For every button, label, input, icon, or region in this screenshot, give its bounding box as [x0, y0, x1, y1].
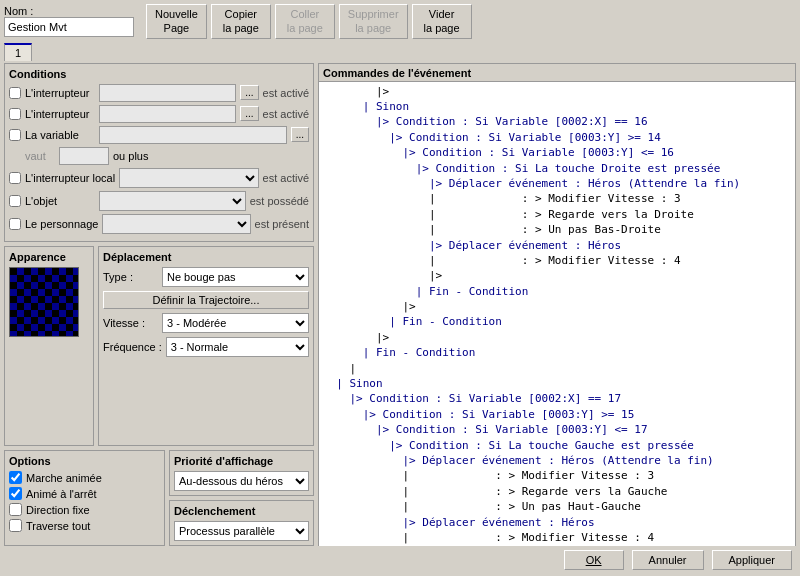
anime-checkbox[interactable]	[9, 487, 22, 500]
vaut-row: vaut ou plus	[25, 147, 309, 165]
tab-bar: 1	[4, 43, 796, 61]
supprimer-page-button[interactable]: Supprimer la page	[339, 4, 408, 39]
interrupteur2-btn[interactable]: ...	[240, 106, 258, 121]
personnage-checkbox[interactable]	[9, 218, 21, 230]
cmd-line: | Sinon	[323, 99, 791, 114]
def-trajectoire-button[interactable]: Définir la Trajectoire...	[103, 291, 309, 309]
cmd-line: | : > Modifier Vitesse : 3	[323, 468, 791, 483]
condition-row-personnage: Le personnage est présent	[9, 214, 309, 234]
cmd-line: | Sinon	[323, 376, 791, 391]
interrupteur2-label: L'interrupteur	[25, 108, 95, 120]
main-window: Nom : Nouvelle Page Copier la page Colle…	[0, 0, 800, 576]
checkerboard[interactable]	[9, 267, 79, 337]
interrupteur2-checkbox[interactable]	[9, 108, 21, 120]
conditions-box: Conditions L'interrupteur ... est activé…	[4, 63, 314, 242]
interrupteur1-input[interactable]	[99, 84, 236, 102]
option-direction: Direction fixe	[9, 503, 160, 516]
cmd-line: |>	[323, 299, 791, 314]
vitesse-select[interactable]: 3 - Modérée	[162, 313, 309, 333]
footer-buttons: OK Annuler Appliquer	[4, 546, 796, 572]
cmd-line: |> Condition : Si Variable [0002:X] == 1…	[323, 114, 791, 129]
direction-checkbox[interactable]	[9, 503, 22, 516]
personnage-status: est présent	[255, 218, 309, 230]
interrupteur-local-status: est activé	[263, 172, 309, 184]
type-label: Type :	[103, 271, 158, 283]
condition-row-2: L'interrupteur ... est activé	[9, 105, 309, 123]
declenchement-select[interactable]: Processus parallèle	[174, 521, 309, 541]
variable-label: La variable	[25, 129, 95, 141]
condition-row-1: L'interrupteur ... est activé	[9, 84, 309, 102]
right-panel: Commandes de l'événement |> | Sinon |> C…	[318, 63, 796, 546]
objet-label: L'objet	[25, 195, 95, 207]
type-row: Type : Ne bouge pas	[103, 267, 309, 287]
declenchement-box: Déclenchement Processus parallèle	[169, 500, 314, 546]
priorite-select[interactable]: Au-dessous du héros	[174, 471, 309, 491]
cmd-line: |> Condition : Si Variable [0003:Y] >= 1…	[323, 130, 791, 145]
conditions-title: Conditions	[9, 68, 309, 80]
commandes-content[interactable]: |> | Sinon |> Condition : Si Variable [0…	[319, 82, 795, 546]
variable-btn[interactable]: ...	[291, 127, 309, 142]
cmd-line: |>	[323, 330, 791, 345]
cmd-line: |	[323, 361, 791, 376]
commandes-box: Commandes de l'événement |> | Sinon |> C…	[318, 63, 796, 546]
cmd-line: | : > Un pas Bas-Droite	[323, 222, 791, 237]
variable-input[interactable]	[99, 126, 287, 144]
condition-row-3: La variable ...	[9, 126, 309, 144]
annuler-button[interactable]: Annuler	[632, 550, 704, 570]
options-title: Options	[9, 455, 160, 467]
priorite-box: Priorité d'affichage Au-dessous du héros	[169, 450, 314, 496]
nom-group: Nom :	[4, 5, 134, 37]
copier-page-button[interactable]: Copier la page	[211, 4, 271, 39]
apparence-deplacement-area: Apparence Déplacement Type : Ne bouge pa…	[4, 246, 314, 446]
option-anime: Animé à l'arrêt	[9, 487, 160, 500]
objet-status: est possédé	[250, 195, 309, 207]
cmd-line: | : > Regarde vers la Gauche	[323, 484, 791, 499]
apparence-box: Apparence	[4, 246, 94, 446]
interrupteur-local-checkbox[interactable]	[9, 172, 21, 184]
interrupteur2-input[interactable]	[99, 105, 236, 123]
personnage-select[interactable]	[102, 214, 250, 234]
type-select[interactable]: Ne bouge pas	[162, 267, 309, 287]
interrupteur1-btn[interactable]: ...	[240, 85, 258, 100]
marche-checkbox[interactable]	[9, 471, 22, 484]
interrupteur-local-select[interactable]	[119, 168, 258, 188]
objet-select[interactable]	[99, 191, 246, 211]
toolbar-buttons: Nouvelle Page Copier la page Coller la p…	[146, 4, 472, 39]
cmd-line: |> Déplacer événement : Héros	[323, 515, 791, 530]
frequence-label: Fréquence :	[103, 341, 162, 353]
priorite-declenchement-area: Priorité d'affichage Au-dessous du héros…	[169, 450, 314, 546]
nom-label: Nom :	[4, 5, 134, 17]
vaut-label: vaut	[25, 150, 55, 162]
coller-page-button[interactable]: Coller la page	[275, 4, 335, 39]
condition-row-objet: L'objet est possédé	[9, 191, 309, 211]
traverse-label: Traverse tout	[26, 520, 90, 532]
ou-plus-label: ou plus	[113, 150, 148, 162]
objet-checkbox[interactable]	[9, 195, 21, 207]
cmd-line: |> Déplacer événement : Héros (Attendre …	[323, 176, 791, 191]
nom-input[interactable]	[4, 17, 134, 37]
direction-label: Direction fixe	[26, 504, 90, 516]
cmd-line: |> Condition : Si Variable [0003:Y] <= 1…	[323, 145, 791, 160]
vider-page-button[interactable]: Vider la page	[412, 4, 472, 39]
nouvelle-page-button[interactable]: Nouvelle Page	[146, 4, 207, 39]
ok-button[interactable]: OK	[564, 550, 624, 570]
interrupteur1-label: L'interrupteur	[25, 87, 95, 99]
vaut-input[interactable]	[59, 147, 109, 165]
commandes-title: Commandes de l'événement	[319, 64, 795, 82]
option-traverse: Traverse tout	[9, 519, 160, 532]
vitesse-row: Vitesse : 3 - Modérée	[103, 313, 309, 333]
variable-checkbox[interactable]	[9, 129, 21, 141]
traverse-checkbox[interactable]	[9, 519, 22, 532]
interrupteur-local-label: L'interrupteur local	[25, 172, 115, 184]
tab-1[interactable]: 1	[4, 43, 32, 61]
cmd-line: | : > Modifier Vitesse : 3	[323, 191, 791, 206]
cmd-line: |> Déplacer événement : Héros	[323, 238, 791, 253]
interrupteur1-checkbox[interactable]	[9, 87, 21, 99]
option-marche: Marche animée	[9, 471, 160, 484]
cmd-line: | Fin - Condition	[323, 314, 791, 329]
appliquer-button[interactable]: Appliquer	[712, 550, 792, 570]
cmd-line: |> Condition : Si Variable [0002:X] == 1…	[323, 391, 791, 406]
personnage-label: Le personnage	[25, 218, 98, 230]
frequence-select[interactable]: 3 - Normale	[166, 337, 309, 357]
cmd-line: | : > Regarde vers la Droite	[323, 207, 791, 222]
